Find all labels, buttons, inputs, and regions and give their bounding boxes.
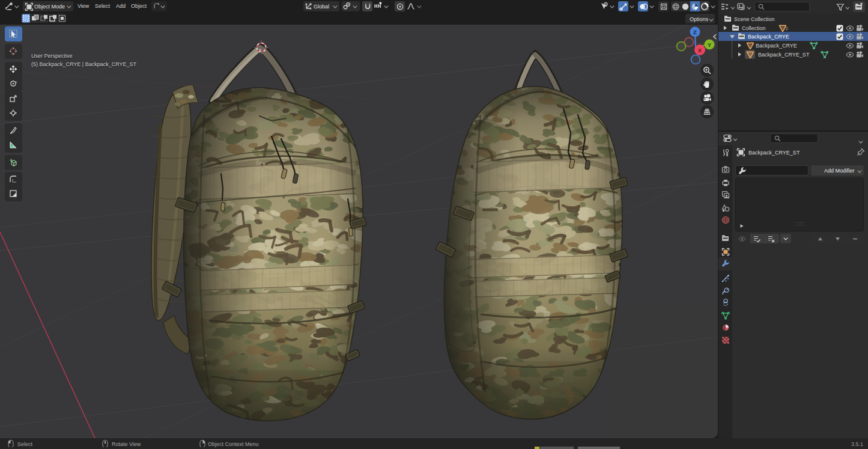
svg-text:X: X bbox=[698, 47, 702, 53]
svg-text:Y: Y bbox=[708, 41, 712, 48]
svg-text:Z: Z bbox=[693, 29, 697, 35]
